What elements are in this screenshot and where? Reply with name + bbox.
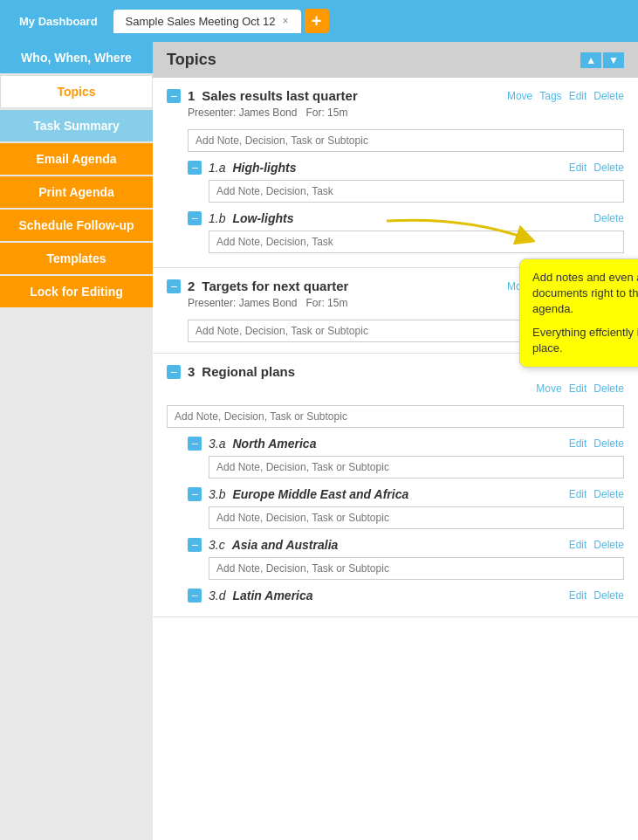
subtopic-1a-num: 1.a bbox=[209, 161, 225, 175]
topic-3-delete[interactable]: Delete bbox=[593, 382, 624, 395]
subtopic-3d: − 3.d Latin America Edit Delete bbox=[188, 589, 624, 602]
topic-3-name: Regional plans bbox=[202, 364, 295, 379]
subtopic-3a-actions: Edit Delete bbox=[569, 437, 624, 450]
subtopic-3c-actions: Edit Delete bbox=[569, 539, 624, 551]
topic-1-num: 1 bbox=[188, 88, 195, 103]
subtopic-3a: − 3.a North America Edit Delete bbox=[188, 437, 624, 479]
subtopic-3a-name: North America bbox=[232, 437, 316, 451]
sidebar-item-print-agenda[interactable]: Print Agenda bbox=[0, 176, 153, 208]
subtopic-3b-title-row: − 3.b Europe Middle East and Africa Edit… bbox=[188, 487, 624, 501]
subtopic-1a: − 1.a High-lights Edit Delete bbox=[188, 161, 624, 203]
sidebar-item-email-agenda[interactable]: Email Agenda bbox=[0, 143, 153, 175]
subtopic-1a-delete[interactable]: Delete bbox=[593, 162, 624, 174]
topic-1-presenter: Presenter: James Bond For: 15m bbox=[188, 107, 624, 119]
sidebar: Who, When, Where Topics Task Summary Ema… bbox=[0, 42, 153, 840]
subtopic-3b-num: 3.b bbox=[209, 487, 225, 501]
sidebar-item-lock-editing[interactable]: Lock for Editing bbox=[0, 276, 153, 307]
topic-3-actions: Move Edit Delete bbox=[536, 382, 624, 395]
subtopic-3b-delete[interactable]: Delete bbox=[593, 488, 624, 500]
topic-3-title-left: − 3 Regional plans bbox=[167, 364, 295, 379]
main-layout: Who, When, Where Topics Task Summary Ema… bbox=[0, 42, 638, 840]
subtopic-1a-actions: Edit Delete bbox=[569, 162, 624, 174]
topic-2-num: 2 bbox=[188, 279, 195, 293]
subtopic-3b: − 3.b Europe Middle East and Africa Edit… bbox=[188, 487, 624, 529]
subtopic-1b-title-left: − 1.b Low-lights bbox=[188, 211, 293, 225]
subtopic-1a-collapse[interactable]: − bbox=[188, 161, 202, 175]
subtopic-3d-title-row: − 3.d Latin America Edit Delete bbox=[188, 589, 624, 602]
subtopic-3a-collapse[interactable]: − bbox=[188, 437, 202, 451]
topic-1-add-note[interactable] bbox=[188, 129, 624, 152]
tab-active-meeting[interactable]: Sample Sales Meeting Oct 12 × bbox=[113, 10, 301, 33]
subtopic-1a-edit[interactable]: Edit bbox=[569, 162, 587, 174]
subtopic-3b-name: Europe Middle East and Africa bbox=[232, 487, 408, 501]
subtopic-3d-title-left: − 3.d Latin America bbox=[188, 589, 313, 602]
sidebar-item-schedule-followup[interactable]: Schedule Follow-up bbox=[0, 210, 153, 241]
sidebar-item-topics[interactable]: Topics bbox=[0, 75, 153, 108]
tooltip-overlay: Add notes and even attach documents righ… bbox=[519, 258, 638, 368]
subtopic-3c-title-left: − 3.c Asia and Australia bbox=[188, 538, 338, 552]
topic-2-name: Targets for next quarter bbox=[202, 279, 348, 293]
topic-1-name: Sales results last quarter bbox=[202, 88, 357, 103]
subtopic-3a-add-note[interactable] bbox=[209, 456, 624, 479]
subtopic-1a-add-note[interactable] bbox=[209, 180, 624, 203]
subtopic-1a-title-left: − 1.a High-lights bbox=[188, 161, 297, 175]
tooltip-arrow-graphic bbox=[378, 212, 535, 265]
topic-1-actions: Move Tags Edit Delete bbox=[507, 90, 624, 102]
subtopic-3b-title-left: − 3.b Europe Middle East and Africa bbox=[188, 487, 408, 501]
subtopic-3d-num: 3.d bbox=[209, 589, 225, 602]
topic-3-add-note[interactable] bbox=[167, 405, 624, 428]
topic-1-delete[interactable]: Delete bbox=[593, 90, 624, 102]
topic-1-title-left: − 1 Sales results last quarter bbox=[167, 88, 358, 103]
topic-1-collapse[interactable]: − bbox=[167, 89, 181, 103]
subtopic-3d-edit[interactable]: Edit bbox=[569, 589, 587, 602]
subtopic-3c-edit[interactable]: Edit bbox=[569, 539, 587, 551]
sidebar-item-templates[interactable]: Templates bbox=[0, 243, 153, 274]
topic-1-move[interactable]: Move bbox=[507, 90, 532, 102]
tab-dashboard[interactable]: My Dashboard bbox=[7, 10, 110, 33]
subtopic-3c-add-note[interactable] bbox=[209, 557, 624, 580]
subtopic-3c-num: 3.c bbox=[209, 538, 225, 552]
tab-close-button[interactable]: × bbox=[283, 15, 289, 27]
subtopic-1a-name: High-lights bbox=[232, 161, 296, 175]
subtopic-3c-name: Asia and Australia bbox=[232, 538, 339, 552]
tab-bar: My Dashboard Sample Sales Meeting Oct 12… bbox=[0, 0, 638, 42]
topic-row-3: − 3 Regional plans Move Edit Delete − bbox=[153, 354, 638, 617]
subtopic-3b-collapse[interactable]: − bbox=[188, 487, 202, 501]
subtopic-3d-collapse[interactable]: − bbox=[188, 589, 202, 602]
subtopic-3b-add-note[interactable] bbox=[209, 506, 624, 529]
topics-header: Topics ▲ ▼ bbox=[153, 42, 638, 78]
subtopic-3a-title-row: − 3.a North America Edit Delete bbox=[188, 437, 624, 451]
subtopic-3a-num: 3.a bbox=[209, 437, 225, 451]
subtopic-3d-delete[interactable]: Delete bbox=[593, 589, 624, 602]
topic-1-title-row: − 1 Sales results last quarter Move Tags… bbox=[167, 88, 624, 103]
topic-3-num: 3 bbox=[188, 364, 195, 379]
topic-1-edit[interactable]: Edit bbox=[569, 90, 587, 102]
subtopic-3c-collapse[interactable]: − bbox=[188, 538, 202, 552]
topic-3-move[interactable]: Move bbox=[536, 382, 561, 395]
subtopic-3c-delete[interactable]: Delete bbox=[593, 539, 624, 551]
subtopic-3b-edit[interactable]: Edit bbox=[569, 488, 587, 500]
subtopic-1a-title-row: − 1.a High-lights Edit Delete bbox=[188, 161, 624, 175]
subtopic-3d-actions: Edit Delete bbox=[569, 589, 624, 602]
topic-2-collapse[interactable]: − bbox=[167, 279, 181, 293]
arrow-down-button[interactable]: ▼ bbox=[603, 52, 624, 68]
topic-1-tags[interactable]: Tags bbox=[539, 90, 561, 102]
sidebar-item-task-summary[interactable]: Task Summary bbox=[0, 110, 153, 141]
subtopic-1b-collapse[interactable]: − bbox=[188, 211, 202, 225]
subtopic-3a-edit[interactable]: Edit bbox=[569, 437, 587, 450]
subtopic-3a-title-left: − 3.a North America bbox=[188, 437, 316, 451]
subtopic-1b-name: Low-lights bbox=[232, 211, 293, 225]
subtopic-3c: − 3.c Asia and Australia Edit Delete bbox=[188, 538, 624, 580]
subtopic-3c-title-row: − 3.c Asia and Australia Edit Delete bbox=[188, 538, 624, 552]
subtopic-3a-delete[interactable]: Delete bbox=[593, 437, 624, 450]
arrow-up-button[interactable]: ▲ bbox=[580, 52, 601, 68]
sidebar-item-who-when-where[interactable]: Who, When, Where bbox=[0, 42, 153, 73]
subtopic-1b-num: 1.b bbox=[209, 211, 225, 225]
topic-3-edit[interactable]: Edit bbox=[569, 382, 587, 395]
subtopic-1b-delete[interactable]: Delete bbox=[593, 212, 624, 224]
topics-arrows: ▲ ▼ bbox=[580, 52, 624, 68]
add-tab-button[interactable]: + bbox=[305, 9, 329, 33]
topic-2-title-left: − 2 Targets for next quarter bbox=[167, 279, 348, 293]
topics-title: Topics bbox=[167, 51, 216, 69]
topic-3-collapse[interactable]: − bbox=[167, 365, 181, 379]
